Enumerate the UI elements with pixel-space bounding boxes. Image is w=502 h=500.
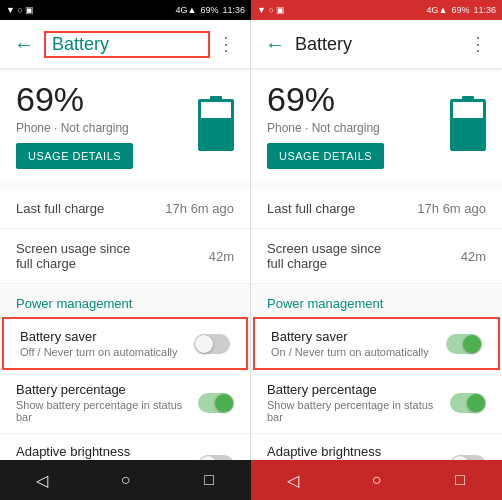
left-home-nav-button[interactable]: ○ bbox=[105, 460, 145, 500]
left-battery-saver-subtitle: Off / Never turn on automatically bbox=[20, 346, 178, 358]
right-back-button[interactable]: ← bbox=[259, 28, 291, 60]
left-status-right: 4G▲ 69% 11:36 bbox=[176, 5, 245, 15]
left-battery-saver-text: Battery saver Off / Never turn on automa… bbox=[20, 329, 178, 358]
right-bottom-nav: ◁ ○ □ bbox=[251, 460, 502, 500]
right-content: 69% Phone · Not charging USAGE DETAILS L… bbox=[251, 68, 502, 460]
left-info-label-0: Last full charge bbox=[16, 201, 104, 216]
left-toolbar: ← Battery ⋮ bbox=[0, 20, 250, 68]
right-battery-saver-row[interactable]: Battery saver On / Never turn on automat… bbox=[253, 317, 500, 370]
right-battery-saver-knob bbox=[463, 335, 481, 353]
right-battery-pct-subtitle: Show battery percentage in status bar bbox=[267, 399, 450, 423]
right-panel: ← Battery ⋮ 69% Phone · Not charging USA… bbox=[251, 20, 502, 460]
right-adaptive-knob bbox=[451, 456, 469, 461]
left-battery-saver-toggle[interactable] bbox=[194, 334, 230, 354]
left-recents-nav-button[interactable]: □ bbox=[189, 460, 229, 500]
right-title: Battery bbox=[295, 34, 462, 55]
right-battery-icon bbox=[450, 99, 486, 151]
right-toolbar: ← Battery ⋮ bbox=[251, 20, 502, 68]
left-more-button[interactable]: ⋮ bbox=[210, 28, 242, 60]
left-battery-fill bbox=[201, 118, 231, 148]
left-battery-pct: 69% bbox=[200, 5, 218, 15]
left-battery-pct-subtitle: Show battery percentage in status bar bbox=[16, 399, 198, 423]
left-info-label-1: Screen usage since full charge bbox=[16, 241, 136, 271]
right-battery-pct-knob bbox=[467, 394, 485, 412]
right-status-right: 4G▲ 69% 11:36 bbox=[427, 5, 496, 15]
left-info-value-1: 42m bbox=[209, 249, 234, 264]
left-battery-percentage: 69% bbox=[16, 80, 133, 119]
right-battery-info: 69% Phone · Not charging USAGE DETAILS bbox=[267, 80, 384, 169]
left-battery-pct-row[interactable]: Battery percentage Show battery percenta… bbox=[0, 372, 250, 434]
right-recents-nav-button[interactable]: □ bbox=[440, 460, 480, 500]
right-battery-percentage: 69% bbox=[267, 80, 384, 119]
right-battery-saver-title: Battery saver bbox=[271, 329, 429, 344]
right-home-nav-button[interactable]: ○ bbox=[356, 460, 396, 500]
left-battery-saver-row[interactable]: Battery saver Off / Never turn on automa… bbox=[2, 317, 248, 370]
right-battery-pct-row[interactable]: Battery percentage Show battery percenta… bbox=[251, 372, 502, 434]
left-battery-saver-title: Battery saver bbox=[20, 329, 178, 344]
left-adaptive-toggle[interactable] bbox=[198, 455, 234, 461]
left-battery-card: 69% Phone · Not charging USAGE DETAILS bbox=[0, 68, 250, 181]
right-more-button[interactable]: ⋮ bbox=[462, 28, 494, 60]
right-battery-pct-title: Battery percentage bbox=[267, 382, 450, 397]
left-info-row-0: Last full charge 17h 6m ago bbox=[0, 189, 250, 229]
left-adaptive-row[interactable]: Adaptive brightness Optimize battery lev… bbox=[0, 434, 250, 460]
right-info-value-0: 17h 6m ago bbox=[417, 201, 486, 216]
left-battery-status: Phone · Not charging bbox=[16, 121, 133, 135]
right-battery-card: 69% Phone · Not charging USAGE DETAILS bbox=[251, 68, 502, 181]
right-battery-status: Phone · Not charging bbox=[267, 121, 384, 135]
right-battery-pct: 69% bbox=[451, 5, 469, 15]
right-status-icons: ▼ ○ ▣ bbox=[257, 5, 285, 15]
left-section-header: Power management bbox=[0, 284, 250, 315]
right-section-header: Power management bbox=[251, 284, 502, 315]
left-content: 69% Phone · Not charging USAGE DETAILS L… bbox=[0, 68, 250, 460]
right-battery-saver-subtitle: On / Never turn on automatically bbox=[271, 346, 429, 358]
right-info-label-0: Last full charge bbox=[267, 201, 355, 216]
left-panel: ← Battery ⋮ 69% Phone · Not charging USA… bbox=[0, 20, 251, 460]
main-panels: ← Battery ⋮ 69% Phone · Not charging USA… bbox=[0, 20, 502, 460]
left-title: Battery bbox=[44, 31, 210, 58]
right-usage-details-button[interactable]: USAGE DETAILS bbox=[267, 143, 384, 169]
status-bar-row: ▼ ○ ▣ 4G▲ 69% 11:36 ▼ ○ ▣ 4G▲ 69% 11:36 bbox=[0, 0, 502, 20]
left-adaptive-title: Adaptive brightness bbox=[16, 444, 198, 459]
left-usage-details-button[interactable]: USAGE DETAILS bbox=[16, 143, 133, 169]
left-signal: 4G▲ bbox=[176, 5, 197, 15]
left-status-icons: ▼ ○ ▣ bbox=[6, 5, 34, 15]
left-back-nav-button[interactable]: ◁ bbox=[22, 460, 62, 500]
left-bottom-nav: ◁ ○ □ bbox=[0, 460, 251, 500]
left-adaptive-text: Adaptive brightness Optimize battery lev… bbox=[16, 444, 198, 460]
left-info-row-1: Screen usage since full charge 42m bbox=[0, 229, 250, 284]
right-info-label-1: Screen usage since full charge bbox=[267, 241, 387, 271]
bottom-nav-row: ◁ ○ □ ◁ ○ □ bbox=[0, 460, 502, 500]
right-info-value-1: 42m bbox=[461, 249, 486, 264]
right-battery-pct-toggle[interactable] bbox=[450, 393, 486, 413]
left-battery-pct-text: Battery percentage Show battery percenta… bbox=[16, 382, 198, 423]
left-status-bar: ▼ ○ ▣ 4G▲ 69% 11:36 bbox=[0, 0, 251, 20]
right-battery-pct-text: Battery percentage Show battery percenta… bbox=[267, 382, 450, 423]
right-adaptive-toggle[interactable] bbox=[450, 455, 486, 461]
left-battery-icon-wrap bbox=[198, 99, 234, 151]
left-battery-info: 69% Phone · Not charging USAGE DETAILS bbox=[16, 80, 133, 169]
right-battery-saver-text: Battery saver On / Never turn on automat… bbox=[271, 329, 429, 358]
left-battery-pct-title: Battery percentage bbox=[16, 382, 198, 397]
left-time: 11:36 bbox=[222, 5, 245, 15]
left-battery-pct-knob bbox=[215, 394, 233, 412]
right-back-nav-button[interactable]: ◁ bbox=[273, 460, 313, 500]
right-info-row-1: Screen usage since full charge 42m bbox=[251, 229, 502, 284]
right-battery-icon-wrap bbox=[450, 99, 486, 151]
left-back-button[interactable]: ← bbox=[8, 28, 40, 60]
right-signal: 4G▲ bbox=[427, 5, 448, 15]
left-battery-icon bbox=[198, 99, 234, 151]
right-adaptive-text: Adaptive brightness Optimize battery lev… bbox=[267, 444, 450, 460]
right-battery-saver-toggle[interactable] bbox=[446, 334, 482, 354]
left-info-value-0: 17h 6m ago bbox=[165, 201, 234, 216]
right-adaptive-row[interactable]: Adaptive brightness Optimize battery lev… bbox=[251, 434, 502, 460]
right-info-row-0: Last full charge 17h 6m ago bbox=[251, 189, 502, 229]
left-battery-saver-knob bbox=[195, 335, 213, 353]
left-adaptive-knob bbox=[199, 456, 217, 461]
right-battery-fill bbox=[453, 118, 483, 148]
right-time: 11:36 bbox=[473, 5, 496, 15]
right-status-bar: ▼ ○ ▣ 4G▲ 69% 11:36 bbox=[251, 0, 502, 20]
left-battery-pct-toggle[interactable] bbox=[198, 393, 234, 413]
right-adaptive-title: Adaptive brightness bbox=[267, 444, 450, 459]
